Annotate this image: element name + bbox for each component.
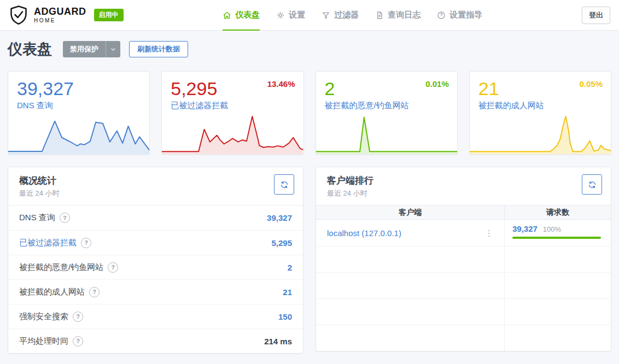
card-percent: 0.01%	[425, 79, 449, 89]
refresh-general-stats-button[interactable]	[274, 174, 294, 195]
document-icon	[375, 11, 384, 20]
help-icon[interactable]: ?	[108, 262, 118, 273]
client-request-count: 39,327	[512, 224, 538, 233]
tab-query-log[interactable]: 查询日志	[375, 0, 421, 31]
malware-sparkline	[316, 115, 457, 154]
stat-label-text: 强制安全搜索	[19, 312, 68, 322]
question-circle-icon	[437, 11, 446, 20]
top-clients-panel: 客户端排行 最近 24 小时 客户端 请求数 localhost (127.0.…	[316, 167, 611, 351]
card-blocked-adult: 21 被拦截的成人网站 0.05%	[469, 71, 611, 155]
stat-value: 39,327	[267, 213, 292, 222]
adguard-logo: ADGUARD HOME	[9, 5, 86, 26]
empty-table-row	[316, 272, 611, 298]
protection-status-badge: 启用中	[94, 9, 124, 21]
card-label: 被拦截的成人网站	[470, 99, 611, 111]
stat-value: 5,295	[271, 238, 292, 248]
nav-label: 设置	[289, 10, 305, 20]
card-percent: 0.05%	[579, 79, 603, 89]
empty-table-row	[316, 325, 611, 351]
card-blocked-malware: 2 被拦截的恶意/钓鱼网站 0.01%	[316, 71, 458, 155]
logout-button[interactable]: 登出	[582, 7, 610, 24]
sparkline-line	[316, 118, 457, 152]
nav-label: 设置指导	[449, 10, 482, 20]
stat-row: 被拦截的恶意/钓鱼网站? 2	[8, 255, 303, 279]
dns-queries-sparkline	[8, 115, 149, 154]
card-label: DNS 查询	[8, 99, 149, 111]
refresh-icon	[588, 180, 597, 189]
chevron-down-icon	[109, 45, 117, 53]
tab-setup-guide[interactable]: 设置指导	[437, 0, 482, 31]
client-request-bar	[512, 237, 601, 239]
stat-label-text: DNS 查询	[19, 213, 55, 223]
card-blocked-by-filters: 5,295 已被过滤器拦截 13.46%	[161, 71, 303, 155]
shield-check-icon	[9, 5, 28, 26]
general-stats-subtitle: 最近 24 小时	[19, 189, 292, 198]
top-clients-title: 客户端排行	[327, 174, 600, 187]
card-percent: 13.46%	[267, 79, 295, 89]
gear-icon	[276, 11, 285, 20]
refresh-icon	[280, 180, 289, 189]
tab-dashboard[interactable]: 仪表盘	[223, 0, 260, 31]
stat-row: DNS 查询? 39,327	[8, 206, 303, 230]
client-link[interactable]: localhost (127.0.0.1)	[327, 228, 401, 238]
top-clients-table-header: 客户端 请求数	[316, 206, 611, 220]
empty-table-row	[316, 246, 611, 272]
card-value: 39,327	[8, 72, 149, 99]
main-nav: 仪表盘 设置 过滤器 查询日志 设置指导	[223, 0, 482, 31]
help-icon[interactable]: ?	[73, 336, 83, 347]
home-icon	[223, 11, 231, 20]
card-label: 被拦截的恶意/钓鱼网站	[316, 99, 457, 111]
stat-row: 已被过滤器拦截? 5,295	[8, 230, 303, 255]
stat-value: 214 ms	[264, 337, 292, 346]
stat-label-text: 被拦截的恶意/钓鱼网站	[19, 262, 103, 273]
help-icon[interactable]: ?	[89, 287, 100, 297]
top-bar: ADGUARD HOME 启用中 仪表盘 设置 过滤器	[0, 0, 619, 31]
stat-row: 平均处理时间? 214 ms	[8, 328, 303, 353]
stat-row: 被拦截的成人网站? 21	[8, 279, 303, 304]
card-dns-queries: 39,327 DNS 查询	[8, 71, 150, 155]
disable-protection-split-button: 禁用保护	[63, 41, 120, 57]
nav-label: 仪表盘	[235, 10, 260, 20]
kebab-menu-icon[interactable]: ⋮	[482, 228, 497, 238]
disable-protection-dropdown-toggle[interactable]	[106, 41, 120, 57]
client-request-percent: 100%	[543, 225, 561, 233]
refresh-top-clients-button[interactable]	[582, 174, 602, 195]
sparkline-fill	[316, 118, 457, 155]
general-stats-panel: 概况统计 最近 24 小时 DNS 查询? 39,327 已被过滤器拦截? 5,…	[8, 167, 303, 354]
help-icon[interactable]: ?	[60, 213, 70, 223]
tab-settings[interactable]: 设置	[276, 0, 305, 31]
stat-cards: 39,327 DNS 查询 5,295 已被过滤器拦截 13.46% 2 被拦截…	[8, 71, 611, 155]
stat-value: 21	[283, 287, 292, 297]
brand-sub: HOME	[34, 18, 86, 24]
disable-protection-button[interactable]: 禁用保护	[63, 41, 106, 57]
column-header-requests: 请求数	[505, 206, 611, 219]
dashboard-content: 仪表盘 禁用保护 刷新统计数据 39,327 DNS 查询 5,295 已被过滤…	[0, 39, 619, 354]
blocked-by-filters-link[interactable]: 已被过滤器拦截	[19, 238, 77, 248]
panels-row: 概况统计 最近 24 小时 DNS 查询? 39,327 已被过滤器拦截? 5,…	[8, 167, 611, 354]
help-icon[interactable]: ?	[73, 312, 83, 322]
page-head: 仪表盘 禁用保护 刷新统计数据	[8, 39, 611, 59]
page-title: 仪表盘	[8, 39, 52, 59]
top-clients-table-body: localhost (127.0.0.1) ⋮ 39,327 100%	[316, 220, 611, 351]
stat-row: 强制安全搜索? 150	[8, 304, 303, 328]
stat-label-text: 平均处理时间	[19, 336, 68, 347]
stat-label-text: 被拦截的成人网站	[19, 287, 85, 297]
stat-value: 2	[288, 263, 292, 272]
adult-sparkline	[470, 115, 611, 154]
client-row: localhost (127.0.0.1) ⋮ 39,327 100%	[316, 220, 611, 246]
general-stats-title: 概况统计	[19, 174, 292, 187]
top-clients-subtitle: 最近 24 小时	[327, 189, 600, 198]
empty-table-row	[316, 298, 611, 325]
nav-label: 查询日志	[388, 10, 421, 20]
stat-value: 150	[278, 312, 292, 321]
refresh-statistics-button[interactable]: 刷新统计数据	[129, 41, 188, 57]
sparkline-fill	[470, 116, 611, 154]
column-header-client: 客户端	[316, 206, 505, 219]
brand-name: ADGUARD	[34, 7, 86, 16]
help-icon[interactable]: ?	[81, 238, 91, 248]
funnel-icon	[322, 11, 330, 20]
sparkline-fill	[162, 116, 303, 154]
card-label: 已被过滤器拦截	[162, 99, 303, 111]
blocked-sparkline	[162, 115, 303, 154]
tab-filters[interactable]: 过滤器	[322, 0, 359, 31]
